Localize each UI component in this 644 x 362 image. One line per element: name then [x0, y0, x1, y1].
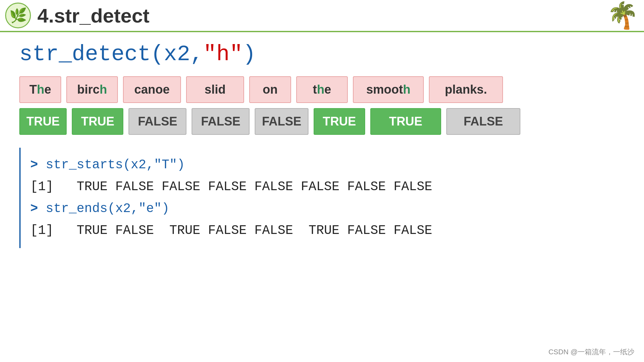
result-1: [1] TRUE FALSE FALSE FALSE FALSE FALSE F…	[30, 180, 432, 194]
highlight-h: h	[99, 83, 107, 96]
page-title: 4.str_detect	[37, 4, 149, 27]
word-box-slid: slid	[186, 76, 244, 103]
bool-false-8: FALSE	[446, 108, 520, 135]
bool-false-5: FALSE	[255, 108, 308, 135]
bool-row: TRUE TRUE FALSE FALSE FALSE TRUE TRUE FA…	[19, 108, 625, 135]
word-box-smooth: smooth	[353, 76, 424, 103]
highlight-h: h	[37, 83, 44, 96]
word-box-on: on	[249, 76, 291, 103]
word-box-birch: birch	[66, 76, 118, 103]
bool-false-4: FALSE	[192, 108, 250, 135]
word-box-the2: the	[296, 76, 348, 103]
word-box-planks: planks.	[429, 76, 503, 103]
func-str-ends: str_ends(x2,"e")	[46, 201, 169, 216]
prompt-2: >	[30, 201, 46, 216]
bool-false-3: FALSE	[128, 108, 186, 135]
footer: CSDN @一箱流年，一纸沙	[548, 347, 634, 357]
result-2: [1] TRUE FALSE TRUE FALSE FALSE TRUE FAL…	[30, 223, 432, 238]
code-line-1: > str_starts(x2,"T")	[30, 154, 615, 176]
palm-icon: 🌴	[607, 3, 639, 28]
highlight-h: h	[403, 83, 410, 96]
word-row: The birch canoe slid on the smooth plank…	[19, 76, 625, 103]
highlight-h: h	[317, 83, 324, 96]
main-content: str_detect(x2,"h") The birch canoe slid …	[0, 32, 644, 258]
function-title: str_detect(x2,"h")	[19, 42, 625, 67]
code-line-3: > str_ends(x2,"e")	[30, 198, 615, 220]
bool-true-7: TRUE	[370, 108, 441, 135]
word-box-the: The	[19, 76, 61, 103]
bool-true-6: TRUE	[314, 108, 365, 135]
func-str-starts: str_starts(x2,"T")	[46, 158, 185, 172]
word-box-canoe: canoe	[123, 76, 181, 103]
bool-true-1: TRUE	[19, 108, 67, 135]
code-line-4: [1] TRUE FALSE TRUE FALSE FALSE TRUE FAL…	[30, 220, 615, 242]
code-block: > str_starts(x2,"T") [1] TRUE FALSE FALS…	[19, 148, 625, 248]
header: 🌿 4.str_detect 🌴	[0, 0, 644, 32]
logo-icon: 🌿	[9, 7, 27, 24]
bool-true-2: TRUE	[72, 108, 123, 135]
prompt-1: >	[30, 158, 46, 172]
footer-text: CSDN @一箱流年，一纸沙	[548, 348, 634, 356]
logo: 🌿	[5, 3, 31, 28]
code-line-2: [1] TRUE FALSE FALSE FALSE FALSE FALSE F…	[30, 176, 615, 198]
